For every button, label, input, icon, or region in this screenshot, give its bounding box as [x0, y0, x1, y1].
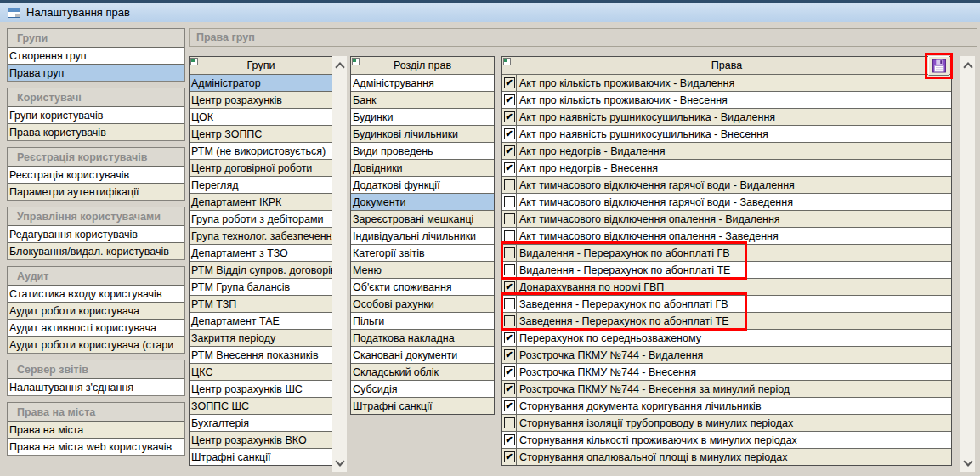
section-row[interactable]: Об'єкти споживання	[351, 278, 494, 295]
sidebar-item[interactable]: Права на міста web користувачів	[8, 438, 184, 455]
right-row[interactable]: ✔Акт про недогрів - Видалення	[502, 142, 951, 159]
sidebar-item[interactable]: Налаштування з'єднання	[8, 378, 184, 395]
checkbox-unchecked[interactable]	[504, 230, 515, 241]
right-row[interactable]: ✔Акт про недогрів - Внесення	[502, 159, 951, 176]
sidebar-item[interactable]: Блокування/видал. користувачів	[8, 242, 184, 259]
rights-scrollbar[interactable]	[960, 56, 975, 472]
group-row[interactable]: Група роботи з дебіторами	[190, 210, 332, 227]
grid-corner-indicator[interactable]	[503, 58, 511, 65]
group-row[interactable]: Центр ЗОППС	[190, 125, 332, 142]
right-row[interactable]: ✔Акт про кількість проживаючих - Внесенн…	[502, 91, 951, 108]
scroll-up-button[interactable]	[332, 59, 347, 72]
sidebar-item[interactable]: Редагування користувачів	[8, 225, 184, 242]
section-row[interactable]: Скановані документи	[351, 346, 494, 363]
right-row[interactable]: Акт тимчасового відключення гарячої води…	[502, 176, 951, 193]
checkbox-checked[interactable]: ✔	[504, 366, 515, 377]
section-row[interactable]: Складський облік	[351, 363, 494, 380]
section-row[interactable]: Податкова накладна	[351, 329, 494, 346]
sections-grid-header[interactable]: Розділ прав	[351, 57, 494, 74]
scroll-up-button[interactable]	[960, 59, 975, 72]
group-row[interactable]: Група технолог. забезпечення	[190, 227, 332, 244]
right-row[interactable]: ✔Акт про наявність рушникосушильника - В…	[502, 125, 951, 142]
right-row[interactable]: ✔Розстрочка ПКМУ №744 - Внесення	[502, 363, 951, 380]
checkbox-checked[interactable]: ✔	[504, 383, 515, 394]
sidebar-item[interactable]: Статистика входу користувачів	[8, 285, 184, 302]
scroll-down-button[interactable]	[332, 456, 347, 469]
right-row[interactable]: Заведення - Перерахунок по абонплаті ГВ	[502, 295, 951, 312]
right-row[interactable]: Сторнування ізоляції трубопроводу в мину…	[502, 414, 951, 431]
group-row[interactable]: РТМ Внесення показників	[190, 346, 332, 363]
right-row[interactable]: ✔Сторнування опалювальної площі в минули…	[502, 448, 951, 465]
section-row[interactable]: Штрафні санкції	[351, 397, 494, 414]
section-row[interactable]: Меню	[351, 261, 494, 278]
checkbox-unchecked[interactable]	[504, 179, 515, 190]
section-row[interactable]: Особові рахунки	[351, 295, 494, 312]
right-row[interactable]: Видалення - Перерахунок по абонплаті ГВ	[502, 244, 951, 261]
group-row[interactable]: РТМ ТЗП	[190, 295, 332, 312]
right-row[interactable]: Видалення - Перерахунок по абонплаті ТЕ	[502, 261, 951, 278]
group-row[interactable]: РТМ (не використовується)	[190, 142, 332, 159]
checkbox-checked[interactable]: ✔	[504, 332, 515, 343]
save-button[interactable]	[928, 56, 949, 76]
right-row[interactable]: ✔Розстрочка ПКМУ №744 - Внесення за мину…	[502, 380, 951, 397]
right-row[interactable]: Акт тимчасового відключення опалення - В…	[502, 210, 951, 227]
section-row[interactable]: Індивідуальні лічильники	[351, 227, 494, 244]
checkbox-checked[interactable]: ✔	[504, 111, 515, 122]
checkbox-unchecked[interactable]	[504, 264, 515, 275]
right-row[interactable]: Акт тимчасового відключення опалення - З…	[502, 227, 951, 244]
right-row[interactable]: ✔Розстрочка ПКМУ №744 - Видалення	[502, 346, 951, 363]
right-row[interactable]: ✔Акт про кількість проживаючих - Видален…	[502, 74, 951, 91]
right-row[interactable]: ✔Перерахунок по середньозваженому	[502, 329, 951, 346]
section-row[interactable]: Документи	[351, 193, 494, 210]
group-row[interactable]: РТМ Група балансів	[190, 278, 332, 295]
group-row[interactable]: ЦКС	[190, 363, 332, 380]
section-row[interactable]: Будинки	[351, 108, 494, 125]
groups-grid-header[interactable]: Групи	[190, 57, 332, 74]
checkbox-unchecked[interactable]	[504, 298, 515, 309]
group-row[interactable]: Департамент ІКРК	[190, 193, 332, 210]
sidebar-item[interactable]: Права груп	[8, 64, 184, 81]
group-row[interactable]: Штрафні санкції	[190, 448, 332, 465]
group-row[interactable]: ЗОППС ШС	[190, 397, 332, 414]
checkbox-checked[interactable]: ✔	[504, 145, 515, 156]
checkbox-checked[interactable]: ✔	[504, 400, 515, 411]
section-row[interactable]: Пільги	[351, 312, 494, 329]
section-row[interactable]: Будинкові лічильники	[351, 125, 494, 142]
section-row[interactable]: Банк	[351, 91, 494, 108]
group-row[interactable]: Адміністратор	[190, 74, 332, 91]
right-row[interactable]: Акт тимчасового відключення гарячої води…	[502, 193, 951, 210]
checkbox-checked[interactable]: ✔	[504, 77, 515, 88]
sidebar-item[interactable]: Аудит роботи користувача (стари	[8, 336, 184, 353]
sidebar-item[interactable]: Аудит активності користувача	[8, 319, 184, 336]
group-row[interactable]: Центр розрахунків ШС	[190, 380, 332, 397]
grid-corner-indicator[interactable]	[190, 58, 198, 65]
section-row[interactable]: Адміністрування	[351, 74, 494, 91]
checkbox-checked[interactable]: ✔	[504, 94, 515, 105]
group-row[interactable]: Перегляд	[190, 176, 332, 193]
checkbox-checked[interactable]: ✔	[504, 162, 515, 173]
checkbox-checked[interactable]: ✔	[504, 281, 515, 292]
section-row[interactable]: Зареєстровані мешканці	[351, 210, 494, 227]
group-row[interactable]: Бухгалтерія	[190, 414, 332, 431]
checkbox-unchecked[interactable]	[504, 196, 515, 207]
checkbox-unchecked[interactable]	[504, 315, 515, 326]
checkbox-unchecked[interactable]	[504, 247, 515, 258]
checkbox-checked[interactable]: ✔	[504, 451, 515, 462]
group-row[interactable]: Департамент з ТЗО	[190, 244, 332, 261]
sidebar-item[interactable]: Параметри аутентифікації	[8, 183, 184, 200]
right-row[interactable]: ✔Сторнування документа коригування лічил…	[502, 397, 951, 414]
sidebar-item[interactable]: Створення груп	[8, 47, 184, 64]
checkbox-checked[interactable]: ✔	[504, 128, 515, 139]
right-row[interactable]: ✔Сторнування кількості проживаючих в мин…	[502, 431, 951, 448]
section-row[interactable]: Довідники	[351, 159, 494, 176]
right-row[interactable]: ✔Донарахування по нормі ГВП	[502, 278, 951, 295]
sidebar-item[interactable]: Права користувачів	[8, 123, 184, 140]
group-row[interactable]: Центр договірної роботи	[190, 159, 332, 176]
sidebar-item[interactable]: Права на міста	[8, 421, 184, 438]
grid-corner-indicator[interactable]	[352, 58, 360, 65]
section-row[interactable]: Додаткові функції	[351, 176, 494, 193]
section-row[interactable]: Категорії звітів	[351, 244, 494, 261]
group-row[interactable]: Закриття періоду	[190, 329, 332, 346]
section-row[interactable]: Види проведень	[351, 142, 494, 159]
sidebar-item[interactable]: Аудит роботи користувача	[8, 302, 184, 319]
